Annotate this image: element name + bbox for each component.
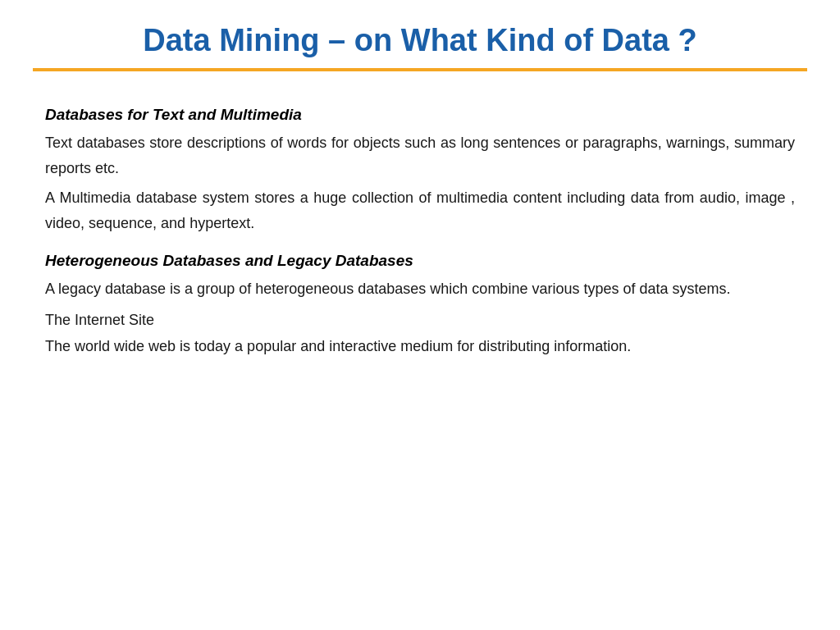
- header: Data Mining – on What Kind of Data ?: [0, 0, 840, 71]
- section1-para2: A Multimedia database system stores a hu…: [45, 185, 795, 235]
- section3-para1: The world wide web is today a popular an…: [45, 334, 795, 359]
- section3-heading: The Internet Site: [45, 312, 795, 329]
- section2-para1: A legacy database is a group of heteroge…: [45, 276, 795, 302]
- slide-title: Data Mining – on What Kind of Data ?: [33, 15, 807, 68]
- section2-heading: Heterogeneous Databases and Legacy Datab…: [45, 252, 795, 270]
- slide: Data Mining – on What Kind of Data ? Dat…: [0, 0, 840, 630]
- section1-heading: Databases for Text and Multimedia: [45, 106, 795, 124]
- content-area: Databases for Text and Multimedia Text d…: [0, 71, 840, 630]
- section1-para1: Text databases store descriptions of wor…: [45, 130, 795, 180]
